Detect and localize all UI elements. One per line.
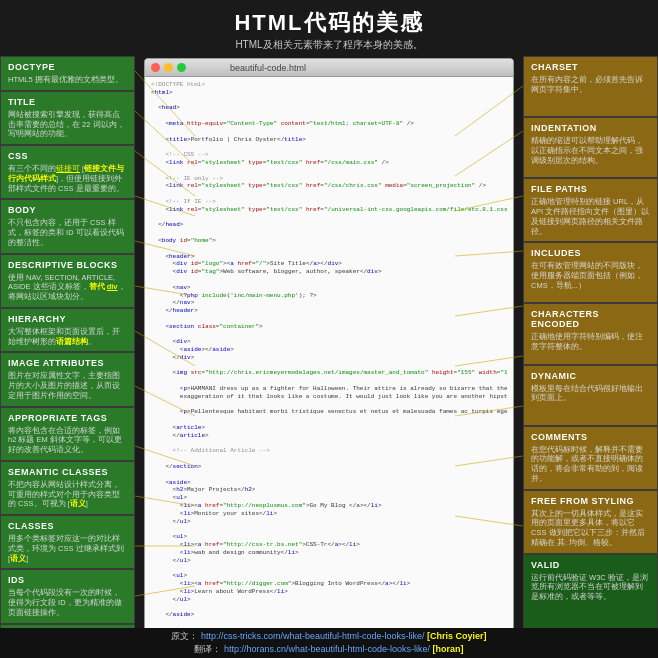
code-content[interactable]: <!DOCTYPE html> <html> <head> <meta http… [145, 77, 513, 637]
sidebar-text-title: 网站被搜索引擎发现，获得高点击率需要的总结，在 22 词以内，写明网站的功能。 [8, 110, 127, 139]
sidebar-text-file-paths: 正确地管理特别的链接 URL，从 API 文件路径指向文件（图显）以及链接到网页… [531, 197, 650, 236]
sidebar-heading-css: CSS [8, 151, 127, 161]
page-subtitle: HTML及相关元素带来了程序本身的美感。 [0, 38, 658, 52]
sidebar-item-body: BODY 不只包含内容，还用于 CSS 样式，标签的类和 ID 可以看设代码的整… [0, 199, 135, 253]
original-author: [Chris Coyier] [427, 631, 487, 641]
center-area: beautiful-code.html <!DOCTYPE html> <htm… [135, 56, 523, 658]
sidebar-item-title: TITLE 网站被搜索引擎发现，获得高点击率需要的总结，在 22 词以内，写明网… [0, 91, 135, 145]
maximize-dot [177, 63, 186, 72]
sidebar-text-doctype: HTML5 拥有最优雅的文档类型。 [8, 75, 127, 85]
sidebar-heading-classes: CLASSES [8, 521, 127, 531]
sidebar-text-dynamic: 模板里每在结合代码很好地输出到页面上。 [531, 384, 650, 404]
sidebar-heading-body: BODY [8, 205, 127, 215]
sidebar-item-indentation: INDENTATION 精确的缩进可以帮助理解代码，以正确指示在不同文本之间，强… [523, 117, 658, 178]
page-title: HTML代码的美感 [0, 8, 658, 38]
sidebar-text-body: 不只包含内容，还用于 CSS 样式，标签的类和 ID 可以看设代码的整洁性。 [8, 218, 127, 247]
sidebar-heading-indentation: INDENTATION [531, 123, 650, 133]
sidebar-heading-appropriate-tags: APPROPRIATE TAGS [8, 413, 127, 423]
sidebar-item-ids: IDS 当每个代码段没有一次的时候，使得为行文段 ID，更为精准的做页面链接操作… [0, 569, 135, 623]
sidebar-item-includes: INCLUDES 在可有效管理网站的不同版块，使用服务器端页面包括（例如，CMS… [523, 242, 658, 303]
sidebar-heading-characters-encoded: CHARACTERS ENCODED [531, 309, 650, 329]
sidebar-text-hierarchy: 大写整体框架和页面设置后，开始维护树形的语篇结构。 [8, 327, 127, 347]
page-wrapper: HTML代码的美感 HTML及相关元素带来了程序本身的美感。 DOCTYPE H… [0, 0, 658, 658]
bottom-credits: 原文： http://css-tricks.com/what-beautiful… [0, 628, 658, 658]
sidebar-item-free-from-styling: FREE FROM STYLING 其次上的一切具体样式，是这实用的页面里更多具… [523, 490, 658, 554]
sidebar-text-ids: 当每个代码段没有一次的时候，使得为行文段 ID，更为精准的做页面链接操作。 [8, 588, 127, 617]
sidebar-text-charset: 在所有内容之前，必须首先告诉网页字符集中。 [531, 75, 650, 95]
sidebar-text-characters-encoded: 正确地使用字符特别编码，使注意字符整体的。 [531, 332, 650, 352]
sidebar-heading-semantic-classes: SEMANTIC CLASSES [8, 467, 127, 477]
sidebar-item-hierarchy: HIERARCHY 大写整体框架和页面设置后，开始维护树形的语篇结构。 [0, 308, 135, 353]
translation-url: http://horans.cn/what-beautiful-html-cod… [224, 644, 430, 654]
sidebar-heading-descriptive-blocks: DESCRIPTIVE BLOCKS [8, 260, 127, 270]
sidebar-text-css: 有三个不同的链接可 [链接文件与行内代码样式]，但使用链接到外部样式文件的 CS… [8, 164, 127, 193]
sidebar-item-characters-encoded: CHARACTERS ENCODED 正确地使用字符特别编码，使注意字符整体的。 [523, 303, 658, 364]
sidebar-item-semantic-classes: SEMANTIC CLASSES 不把内容从网站设计样式分离，可重用的样式对个用… [0, 461, 135, 515]
sidebar-heading-free-from-styling: FREE FROM STYLING [531, 496, 650, 506]
left-sidebar: DOCTYPE HTML5 拥有最优雅的文档类型。 TITLE 网站被搜索引擎发… [0, 56, 135, 658]
sidebar-item-doctype: DOCTYPE HTML5 拥有最优雅的文档类型。 [0, 56, 135, 91]
sidebar-heading-dynamic: DYNAMIC [531, 371, 650, 381]
sidebar-text-classes: 用多个类标签对应这一的对比样式类，环境为 CSS 过继承样式到 [语义] [8, 534, 127, 563]
filename-label: beautiful-code.html [230, 63, 306, 73]
sidebar-heading-image-attributes: IMAGE ATTRIBUTES [8, 358, 127, 368]
sidebar-item-appropriate-tags: APPROPRIATE TAGS 将内容包含在合适的标签，例如 h2 标题 EM… [0, 407, 135, 461]
main-layout: DOCTYPE HTML5 拥有最优雅的文档类型。 TITLE 网站被搜索引擎发… [0, 56, 658, 658]
sidebar-item-descriptive-blocks: DESCRIPTIVE BLOCKS 使用 NAV, SECTION, ARTI… [0, 254, 135, 308]
sidebar-heading-ids: IDS [8, 575, 127, 585]
sidebar-item-file-paths: FILE PATHS 正确地管理特别的链接 URL，从 API 文件路径指向文件… [523, 178, 658, 242]
sidebar-item-comments: COMMENTS 在您代码标时候，解释并不需要的功能解，或者不直接明确体的话的，… [523, 426, 658, 490]
sidebar-heading-file-paths: FILE PATHS [531, 184, 650, 194]
sidebar-heading-doctype: DOCTYPE [8, 62, 127, 72]
sidebar-text-descriptive-blocks: 使用 NAV, SECTION, ARTICLE, ASIDE 这些语义标签，替… [8, 273, 127, 302]
translation-label: 翻译： [194, 644, 221, 654]
close-dot [151, 63, 160, 72]
sidebar-item-charset: CHARSET 在所有内容之前，必须首先告诉网页字符集中。 [523, 56, 658, 117]
sidebar-text-semantic-classes: 不把内容从网站设计样式分离，可重用的样式对个用于内容类型的 CSS。可视为 [语… [8, 480, 127, 509]
sidebar-heading-includes: INCLUDES [531, 248, 650, 258]
sidebar-heading-comments: COMMENTS [531, 432, 650, 442]
page-header: HTML代码的美感 HTML及相关元素带来了程序本身的美感。 [0, 0, 658, 56]
sidebar-item-dynamic: DYNAMIC 模板里每在结合代码很好地输出到页面上。 [523, 365, 658, 426]
sidebar-heading-charset: CHARSET [531, 62, 650, 72]
sidebar-text-valid: 运行前代码验证 W3C 验证，是浏览所有浏览器不当在可被理解到是标准的，或者等等… [531, 573, 650, 602]
translation-author: [horan] [433, 644, 464, 654]
sidebar-text-comments: 在您代码标时候，解释并不需要的功能解，或者不直接明确体的话的，将会非常有助的到，… [531, 445, 650, 484]
sidebar-text-image-attributes: 图片在对应属性文字，主要指图片的大小及图片的描述，从而设定用于图片作用的空间。 [8, 371, 127, 400]
right-sidebar: CHARSET 在所有内容之前，必须首先告诉网页字符集中。 INDENTATIO… [523, 56, 658, 658]
sidebar-heading-hierarchy: HIERARCHY [8, 314, 127, 324]
sidebar-item-css: CSS 有三个不同的链接可 [链接文件与行内代码样式]，但使用链接到外部样式文件… [0, 145, 135, 199]
sidebar-heading-valid: VALID [531, 560, 650, 570]
original-label: 原文： [171, 631, 198, 641]
sidebar-heading-title: TITLE [8, 97, 127, 107]
sidebar-item-image-attributes: IMAGE ATTRIBUTES 图片在对应属性文字，主要指图片的大小及图片的描… [0, 352, 135, 406]
sidebar-text-includes: 在可有效管理网站的不同版块，使用服务器端页面包括（例如，CMS，导航...） [531, 261, 650, 290]
sidebar-text-indentation: 精确的缩进可以帮助理解代码，以正确指示在不同文本之间，强调级别层次的结构。 [531, 136, 650, 165]
code-window: beautiful-code.html <!DOCTYPE html> <htm… [144, 58, 514, 638]
sidebar-text-appropriate-tags: 将内容包含在合适的标签，例如 h2 标题 EM 斜体文字等，可以更好的改善代码语… [8, 426, 127, 455]
sidebar-text-free-from-styling: 其次上的一切具体样式，是这实用的页面里更多具体，将以它 CSS 做到把它以下三步… [531, 509, 650, 548]
original-url: http://css-tricks.com/what-beautiful-htm… [201, 631, 425, 641]
code-window-titlebar: beautiful-code.html [145, 59, 513, 77]
minimize-dot [164, 63, 173, 72]
sidebar-item-classes: CLASSES 用多个类标签对应这一的对比样式类，环境为 CSS 过继承样式到 … [0, 515, 135, 569]
